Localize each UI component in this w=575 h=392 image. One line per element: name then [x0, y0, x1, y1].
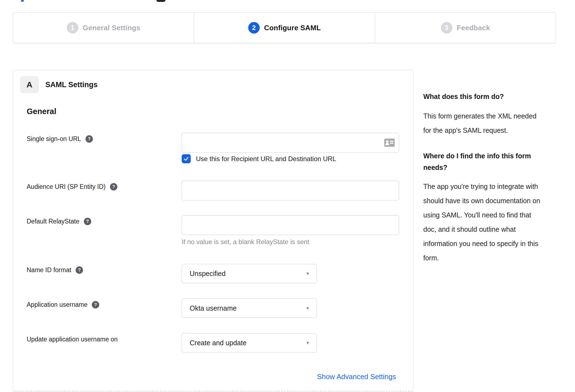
- sidebar-answer-1-line: for the app's SAML request.: [423, 123, 574, 137]
- wizard-stepper: 1 General Settings 2 Configure SAML 3 Fe…: [13, 12, 556, 43]
- application-username-select[interactable]: Okta username ▾: [182, 299, 317, 318]
- saml-settings-panel: A SAML Settings General Single sign-on U…: [13, 70, 413, 392]
- relaystate-label: Default RelayState ?: [27, 218, 91, 225]
- cropped-page-title-fragment: [21, 0, 24, 2]
- relaystate-hint: If no value is set, a blank RelayState i…: [182, 238, 309, 246]
- section-a-badge: A: [20, 76, 39, 93]
- step-feedback[interactable]: 3 Feedback: [375, 13, 556, 43]
- step-3-label: Feedback: [457, 24, 490, 32]
- application-username-label-text: Application username: [27, 301, 87, 308]
- sidebar-answer-2-line: The app you're trying to integrate with: [423, 179, 574, 194]
- recipient-url-checkbox[interactable]: [182, 154, 191, 163]
- update-username-label-text: Update application username on: [27, 336, 118, 343]
- nameid-format-label: Name ID format ?: [27, 266, 83, 274]
- sidebar-question-2-line: Where do I find the info this form: [423, 150, 574, 162]
- recipient-url-checkbox-row: Use this for Recipient URL and Destinati…: [182, 154, 336, 163]
- sidebar-answer-2-line: using SAML. You'll need to find that: [423, 208, 574, 222]
- checkmark-icon: [183, 156, 189, 162]
- update-username-selected-value: Create and update: [182, 339, 306, 347]
- relaystate-label-text: Default RelayState: [27, 218, 79, 225]
- sso-url-label: Single sign-on URL ?: [27, 135, 93, 143]
- sidebar-question-1: What does this form do?: [423, 91, 574, 102]
- sidebar-answer-2-line: form.: [423, 251, 574, 265]
- sidebar-answer-2-line: should have its own documentation on: [423, 194, 574, 208]
- relaystate-help-icon[interactable]: ?: [84, 218, 91, 225]
- audience-uri-help-icon[interactable]: ?: [110, 183, 117, 191]
- help-sidebar: What does this form do? This form genera…: [423, 91, 574, 265]
- audience-uri-label-text: Audience URI (SP Entity ID): [27, 183, 106, 191]
- step-general-settings[interactable]: 1 General Settings: [13, 13, 194, 43]
- audience-uri-input[interactable]: [182, 181, 399, 200]
- chevron-down-icon: ▾: [306, 270, 317, 277]
- step-2-number-badge: 2: [248, 22, 260, 34]
- general-group-heading: General: [27, 107, 56, 116]
- sso-url-label-text: Single sign-on URL: [27, 135, 81, 143]
- chevron-down-icon: ▾: [306, 305, 317, 311]
- recipient-url-checkbox-label: Use this for Recipient URL and Destinati…: [196, 155, 336, 163]
- application-username-selected-value: Okta username: [182, 304, 306, 312]
- cropped-icon-fragment: [156, 0, 165, 2]
- sso-url-input-wrap: [182, 133, 399, 153]
- section-title: SAML Settings: [45, 76, 98, 93]
- nameid-format-label-text: Name ID format: [27, 266, 71, 274]
- section-dashed-divider: [14, 391, 412, 391]
- update-username-select[interactable]: Create and update ▾: [182, 333, 317, 352]
- sso-url-help-icon[interactable]: ?: [85, 135, 93, 143]
- step-1-number-badge: 1: [67, 22, 78, 34]
- relaystate-input[interactable]: [182, 215, 399, 235]
- audience-uri-label: Audience URI (SP Entity ID) ?: [27, 183, 117, 191]
- update-username-label: Update application username on: [27, 336, 118, 343]
- step-3-number-badge: 3: [441, 22, 452, 34]
- step-1-label: General Settings: [83, 24, 140, 32]
- sidebar-answer-2-line: doc, and it should outline what: [423, 222, 574, 236]
- sidebar-answer-2-line: information you need to specify in this: [423, 236, 574, 251]
- contact-card-icon: [384, 139, 395, 147]
- sidebar-answer-1-line: This form generates the XML needed: [423, 109, 574, 123]
- application-username-label: Application username ?: [27, 301, 99, 308]
- application-username-help-icon[interactable]: ?: [92, 301, 99, 308]
- show-advanced-settings-link[interactable]: Show Advanced Settings: [317, 372, 396, 381]
- sidebar-question-2-line: needs?: [423, 162, 574, 173]
- nameid-format-selected-value: Unspecified: [182, 270, 306, 278]
- step-2-label: Configure SAML: [264, 24, 321, 32]
- sso-url-input[interactable]: [182, 133, 399, 153]
- nameid-format-select[interactable]: Unspecified ▾: [182, 264, 317, 283]
- chevron-down-icon: ▾: [306, 340, 317, 346]
- nameid-format-help-icon[interactable]: ?: [76, 266, 83, 274]
- step-configure-saml[interactable]: 2 Configure SAML: [194, 13, 375, 43]
- sidebar-question-2: Where do I find the info this form needs…: [423, 150, 574, 173]
